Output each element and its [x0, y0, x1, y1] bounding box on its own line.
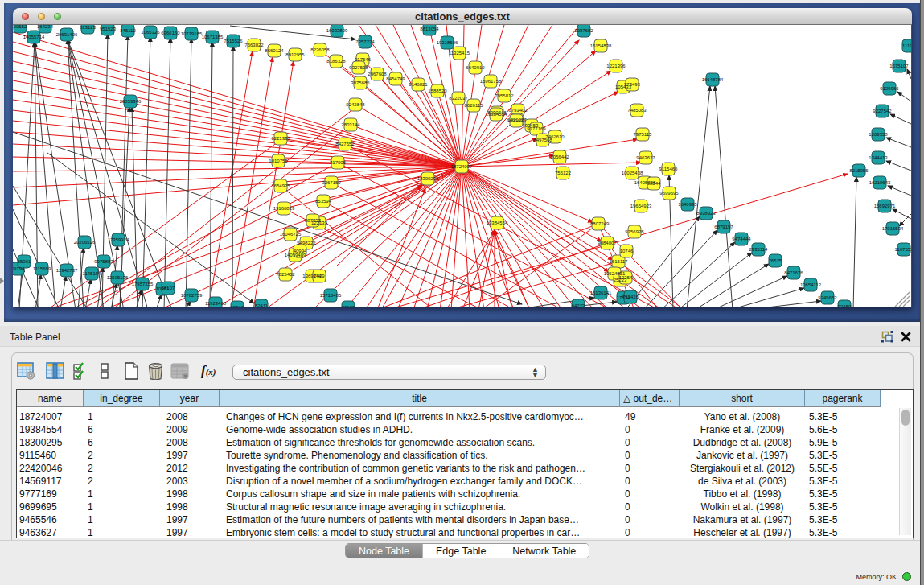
svg-text:9463627: 9463627: [636, 155, 655, 160]
svg-text:8322037: 8322037: [449, 96, 468, 101]
svg-text:9474444: 9474444: [732, 237, 751, 241]
svg-text:2087682: 2087682: [574, 28, 593, 33]
svg-text:2935114: 2935114: [749, 247, 769, 252]
svg-text:8454749: 8454749: [386, 76, 405, 81]
svg-text:20053346: 20053346: [120, 99, 142, 104]
svg-text:16136141: 16136141: [590, 290, 612, 295]
svg-text:6640910: 6640910: [466, 65, 485, 70]
svg-text:1621072: 1621072: [507, 118, 526, 123]
svg-text:17359924: 17359924: [108, 237, 129, 242]
svg-text:853594: 853594: [315, 199, 332, 204]
svg-text:1588520: 1588520: [428, 89, 447, 93]
svg-text:40994: 40994: [294, 249, 307, 253]
svg-text:9777169: 9777169: [527, 126, 546, 131]
svg-text:1221336: 1221336: [271, 136, 290, 141]
svg-text:1640995: 1640995: [678, 202, 697, 207]
svg-text:16210643: 16210643: [869, 180, 891, 185]
svg-text:10654112: 10654112: [800, 282, 822, 287]
svg-text:16961758: 16961758: [480, 79, 502, 84]
svg-text:9756928: 9756928: [625, 229, 644, 234]
svg-text:755122: 755122: [555, 171, 572, 175]
svg-text:9227542: 9227542: [873, 109, 892, 113]
svg-text:8471676: 8471676: [784, 270, 803, 275]
svg-text:7462610: 7462610: [545, 134, 565, 139]
svg-text:9699695: 9699695: [659, 191, 679, 196]
svg-text:7663822: 7663822: [244, 43, 264, 47]
svg-text:7485083: 7485083: [627, 108, 647, 113]
svg-text:1209358: 1209358: [869, 132, 888, 137]
svg-text:68107: 68107: [162, 286, 175, 290]
svg-text:9084007: 9084007: [598, 241, 617, 245]
svg-text:16648784: 16648784: [702, 77, 724, 82]
svg-text:10719185: 10719185: [181, 31, 203, 36]
svg-text:7929: 7929: [314, 274, 325, 278]
svg-text:11923466: 11923466: [205, 301, 227, 306]
svg-text:17957255: 17957255: [132, 282, 154, 286]
svg-text:10746: 10746: [620, 249, 634, 253]
svg-text:10025438: 10025438: [622, 171, 643, 175]
svg-text:19218506: 19218506: [437, 40, 458, 45]
svg-text:1167553: 1167553: [895, 247, 911, 252]
svg-text:11172: 11172: [902, 43, 911, 48]
svg-text:76525: 76525: [769, 258, 782, 263]
svg-text:2056442: 2056442: [550, 154, 569, 159]
svg-text:18724007: 18724007: [451, 164, 473, 169]
svg-text:633123: 633123: [80, 25, 97, 30]
svg-text:1145194: 1145194: [83, 271, 102, 276]
svg-text:1654925: 1654925: [271, 183, 290, 188]
svg-text:10671385: 10671385: [202, 35, 224, 39]
svg-text:5498222: 5498222: [297, 241, 316, 245]
svg-text:7955812: 7955812: [495, 93, 514, 98]
svg-text:733426: 733426: [622, 295, 639, 299]
svg-text:18300295: 18300295: [417, 176, 439, 181]
svg-text:317005: 317005: [330, 160, 347, 165]
svg-text:95313: 95313: [231, 305, 244, 307]
svg-text:9245652: 9245652: [818, 295, 837, 300]
svg-text:6879197: 6879197: [714, 225, 733, 229]
svg-text:16033809: 16033809: [326, 28, 348, 33]
svg-text:1115689: 1115689: [33, 266, 51, 271]
svg-text:15716485: 15716485: [320, 293, 342, 298]
svg-text:9115460: 9115460: [659, 167, 679, 171]
svg-text:9975887: 9975887: [94, 259, 113, 264]
svg-text:7975115: 7975115: [634, 132, 653, 137]
svg-text:8215955: 8215955: [849, 168, 869, 173]
svg-text:19166829: 19166829: [273, 206, 295, 211]
svg-text:80133: 80133: [342, 305, 355, 307]
svg-text:9242848: 9242848: [346, 102, 365, 107]
svg-text:19384554: 19384554: [486, 112, 507, 117]
svg-text:10782759: 10782759: [181, 293, 203, 298]
svg-text:6966160: 6966160: [161, 31, 180, 35]
svg-text:19384554: 19384554: [487, 220, 508, 225]
svg-text:917546: 917546: [355, 57, 372, 62]
svg-text:16154838: 16154838: [590, 43, 612, 48]
svg-text:12254: 12254: [619, 275, 633, 280]
svg-text:951523: 951523: [100, 27, 117, 31]
svg-text:1221396: 1221396: [606, 64, 626, 68]
svg-text:3875685: 3875685: [351, 80, 370, 85]
svg-text:164234: 164234: [37, 25, 54, 29]
svg-text:1065326: 1065326: [141, 30, 160, 35]
svg-text:2803144: 2803144: [341, 122, 360, 127]
svg-text:9327508: 9327508: [349, 65, 368, 70]
svg-text:82411: 82411: [255, 303, 269, 307]
svg-text:55061: 55061: [18, 259, 31, 264]
svg-text:8912955: 8912955: [285, 52, 305, 57]
svg-text:6793402: 6793402: [508, 108, 528, 113]
svg-text:1244413: 1244413: [869, 155, 888, 160]
svg-text:20691406: 20691406: [56, 32, 78, 37]
svg-text:887853: 887853: [305, 218, 322, 223]
svg-text:7825402: 7825402: [276, 272, 295, 277]
svg-text:39194: 39194: [13, 266, 25, 271]
svg-text:92450: 92450: [838, 304, 852, 307]
svg-text:18807249: 18807249: [588, 221, 610, 226]
svg-text:3267150: 3267150: [322, 180, 341, 185]
svg-text:1010755: 1010755: [269, 159, 288, 163]
svg-text:2967608: 2967608: [368, 72, 387, 76]
svg-text:8626115: 8626115: [465, 103, 484, 108]
svg-text:1615117: 1615117: [610, 259, 629, 264]
svg-text:8226058: 8226058: [310, 47, 330, 52]
svg-text:8660124: 8660124: [265, 48, 284, 53]
svg-text:1575107: 1575107: [889, 64, 909, 68]
svg-text:17016504: 17016504: [882, 226, 904, 231]
